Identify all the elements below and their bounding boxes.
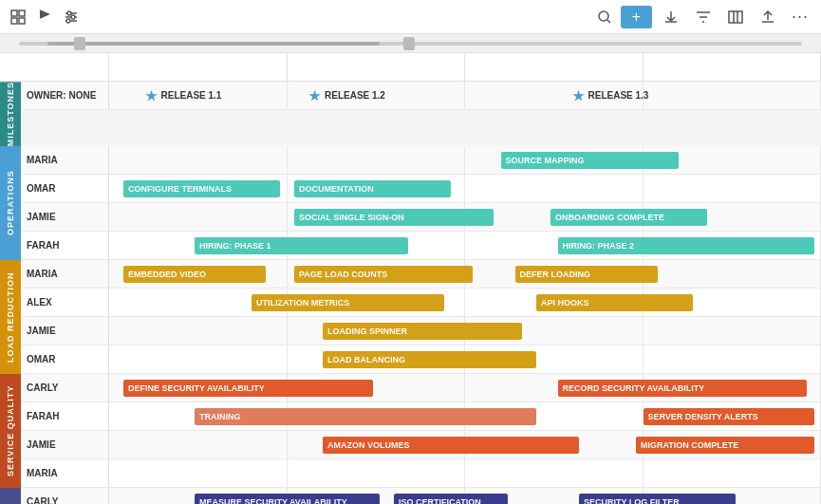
section-label-milestones: MILESTONES bbox=[0, 82, 21, 146]
search-icon[interactable] bbox=[594, 7, 615, 28]
svg-point-7 bbox=[67, 11, 71, 15]
bar-container: TRAININGSERVER DENSITY ALERTS bbox=[109, 402, 821, 430]
bar-container: LOAD BALANCING bbox=[109, 345, 821, 373]
milestone-label: RELEASE 1.2 bbox=[325, 90, 385, 101]
gantt-columns: LOAD BALANCING bbox=[109, 345, 821, 373]
milestone-marker: ★RELEASE 1.2 bbox=[308, 88, 385, 103]
main-content: MILESTONESOWNER: NONE★RELEASE 1.1★RELEAS… bbox=[0, 53, 821, 504]
gantt-columns: SOURCE MAPPING bbox=[109, 146, 821, 174]
share-icon[interactable] bbox=[755, 4, 781, 30]
gantt-row: JAMIELOADING SPINNER bbox=[21, 317, 821, 345]
svg-rect-1 bbox=[19, 10, 25, 16]
gantt-bar[interactable]: API HOOKS bbox=[536, 294, 693, 311]
gantt-bar[interactable]: SERVER DENSITY ALERTS bbox=[644, 408, 814, 425]
q3-2016-header bbox=[109, 53, 288, 81]
grid-icon[interactable] bbox=[8, 7, 28, 28]
gantt-bar[interactable]: RECORD SECURITY AVAILABILITY bbox=[558, 380, 808, 397]
bar-container: ★RELEASE 1.1★RELEASE 1.3★RELEASE 1.2 bbox=[109, 82, 821, 109]
row-name-label: ALEX bbox=[21, 289, 109, 316]
section-label-service-quality: SERVICE QUALITY bbox=[0, 374, 21, 488]
scroll-track[interactable] bbox=[19, 42, 802, 46]
svg-rect-12 bbox=[729, 11, 742, 23]
section-label-load-reduction: LOAD REDUCTION bbox=[0, 260, 21, 374]
rows-container: MILESTONESOWNER: NONE★RELEASE 1.1★RELEAS… bbox=[0, 82, 821, 504]
flag-icon[interactable] bbox=[34, 7, 55, 28]
section-label-security: SECURITY bbox=[0, 488, 21, 504]
svg-rect-2 bbox=[11, 18, 17, 24]
columns-icon[interactable] bbox=[722, 4, 749, 30]
star-icon: ★ bbox=[145, 88, 158, 103]
row-name-label: JAMIE bbox=[21, 317, 109, 345]
gantt-bar[interactable]: SOURCE MAPPING bbox=[501, 152, 680, 169]
gantt-bar[interactable]: LOAD BALANCING bbox=[323, 351, 536, 368]
gantt-bar[interactable]: UTILIZATION METRICS bbox=[252, 294, 444, 311]
rows-group-security: CARLYMEASURE SECURITY AVAILABILITYISO CE… bbox=[21, 488, 821, 504]
gantt-bar[interactable]: MEASURE SECURITY AVAILABILITY bbox=[195, 494, 380, 504]
scroll-handle-right[interactable] bbox=[403, 37, 415, 50]
filter-icon[interactable] bbox=[690, 4, 717, 30]
svg-rect-0 bbox=[11, 10, 17, 16]
gantt-columns: CONFIGURE TERMINALSDOCUMENTATION bbox=[109, 175, 821, 202]
bar-container: MEASURE SECURITY AVAILABILITYISO CERTIFI… bbox=[109, 488, 821, 504]
gantt-bar[interactable]: MIGRATION COMPLETE bbox=[636, 437, 814, 454]
bar-container: UTILIZATION METRICSAPI HOOKS bbox=[109, 289, 821, 316]
gantt-row: JAMIESOCIAL SINGLE SIGN-ONONBOARDING COM… bbox=[21, 203, 821, 232]
add-button[interactable]: + bbox=[621, 6, 652, 28]
gantt-row: FARAHTRAININGSERVER DENSITY ALERTS bbox=[21, 402, 821, 431]
row-name-label: CARLY bbox=[21, 488, 109, 504]
gantt-row: FARAHHIRING: PHASE 1HIRING: PHASE 2 bbox=[21, 232, 821, 260]
scroll-thumb[interactable] bbox=[47, 42, 380, 46]
gantt-bar[interactable]: DEFINE SECURITY AVAILABILITY bbox=[123, 380, 373, 397]
gantt-bar[interactable]: AMAZON VOLUMES bbox=[323, 437, 579, 454]
q2-2017-header bbox=[644, 53, 822, 81]
timeline-scrollbar[interactable] bbox=[0, 34, 821, 53]
toolbar: + ··· bbox=[0, 0, 821, 34]
section-security: SECURITYCARLYMEASURE SECURITY AVAILABILI… bbox=[0, 488, 821, 504]
gantt-columns: LOADING SPINNER bbox=[109, 317, 821, 345]
q4-2016-header bbox=[288, 53, 466, 81]
bar-container: LOADING SPINNER bbox=[109, 317, 821, 345]
svg-rect-3 bbox=[19, 18, 25, 24]
sliders-icon[interactable] bbox=[61, 7, 82, 28]
bar-container: AMAZON VOLUMESMIGRATION COMPLETE bbox=[109, 431, 821, 458]
gantt-bar[interactable]: EMBEDDED VIDEO bbox=[123, 266, 266, 283]
star-icon: ★ bbox=[308, 88, 321, 103]
section-load-reduction: LOAD REDUCTIONMARIAEMBEDDED VIDEOPAGE LO… bbox=[0, 260, 821, 374]
gantt-columns: SOCIAL SINGLE SIGN-ONONBOARDING COMPLETE bbox=[109, 203, 821, 231]
gantt-row: MARIAEMBEDDED VIDEOPAGE LOAD COUNTSDEFER… bbox=[21, 260, 821, 289]
q1-2017-header bbox=[465, 53, 644, 81]
section-label-operations: OPERATIONS bbox=[0, 146, 21, 260]
more-icon[interactable]: ··· bbox=[787, 4, 813, 30]
milestone-marker: ★RELEASE 1.3 bbox=[572, 88, 649, 103]
gantt-bar[interactable]: PAGE LOAD COUNTS bbox=[294, 266, 473, 283]
gantt-columns: TRAININGSERVER DENSITY ALERTS bbox=[109, 402, 821, 430]
bar-container: HIRING: PHASE 1HIRING: PHASE 2 bbox=[109, 232, 821, 259]
milestone-label: RELEASE 1.3 bbox=[588, 90, 649, 101]
section-operations: OPERATIONSMARIASOURCE MAPPINGOMARCONFIGU… bbox=[0, 146, 821, 260]
download-icon[interactable] bbox=[658, 4, 684, 30]
gantt-columns bbox=[109, 459, 821, 487]
row-name-label: JAMIE bbox=[21, 203, 109, 231]
gantt-bar[interactable]: LOADING SPINNER bbox=[323, 323, 522, 340]
gantt-bar[interactable]: HIRING: PHASE 2 bbox=[558, 237, 814, 254]
gantt-bar[interactable]: SOCIAL SINGLE SIGN-ON bbox=[294, 209, 494, 226]
gantt-bar[interactable]: SECURITY LOG FILTER bbox=[579, 494, 736, 504]
gantt-bar[interactable]: CONFIGURE TERMINALS bbox=[123, 180, 280, 197]
row-name-label: OMAR bbox=[21, 345, 109, 373]
gantt-columns: AMAZON VOLUMESMIGRATION COMPLETE bbox=[109, 431, 821, 458]
gantt-row: CARLYMEASURE SECURITY AVAILABILITYISO CE… bbox=[21, 488, 821, 504]
gantt-bar[interactable]: ISO CERTIFICATION bbox=[394, 494, 508, 504]
gantt-bar[interactable]: ONBOARDING COMPLETE bbox=[550, 209, 707, 226]
bar-container: EMBEDDED VIDEOPAGE LOAD COUNTSDEFER LOAD… bbox=[109, 260, 821, 288]
scroll-handle-left[interactable] bbox=[74, 37, 85, 50]
row-name-label: MARIA bbox=[21, 146, 109, 174]
row-name-label: JAMIE bbox=[21, 431, 109, 458]
gantt-bar[interactable]: TRAINING bbox=[195, 408, 536, 425]
gantt-bar[interactable]: DEFER LOADING bbox=[515, 266, 658, 283]
rows-group-service-quality: CARLYDEFINE SECURITY AVAILABILITYRECORD … bbox=[21, 374, 821, 488]
gantt-columns: HIRING: PHASE 1HIRING: PHASE 2 bbox=[109, 232, 821, 259]
gantt-row: CARLYDEFINE SECURITY AVAILABILITYRECORD … bbox=[21, 374, 821, 402]
gantt-bar[interactable]: HIRING: PHASE 1 bbox=[195, 237, 408, 254]
gantt-bar[interactable]: DOCUMENTATION bbox=[294, 180, 451, 197]
bar-container: CONFIGURE TERMINALSDOCUMENTATION bbox=[109, 175, 821, 202]
